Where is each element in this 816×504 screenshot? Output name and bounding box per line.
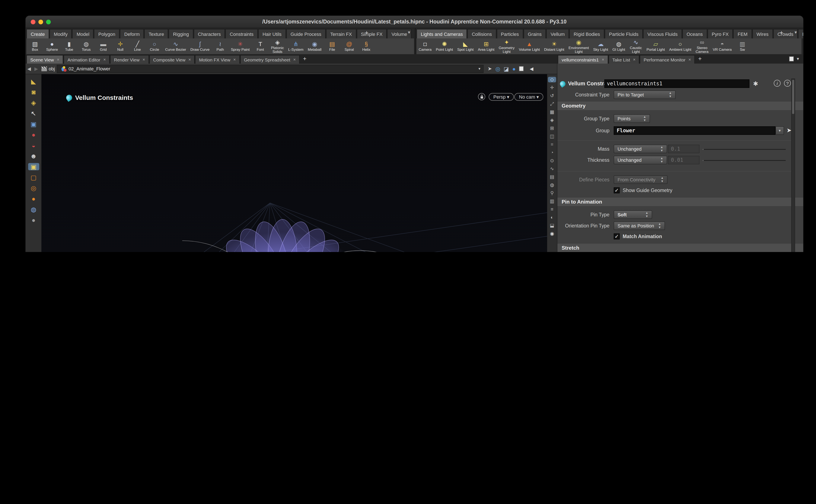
shelf-tab[interactable]: Grains bbox=[523, 29, 546, 38]
shelf-tab[interactable]: Modify bbox=[50, 29, 72, 38]
shelf-tool[interactable]: ◉Environment Light bbox=[566, 38, 591, 54]
thickness-mode-dropdown[interactable]: Unchanged▲▼ bbox=[614, 156, 667, 164]
viewport-toolbar-icon[interactable]: ≡ bbox=[548, 207, 556, 212]
add-pane-tab-button[interactable]: + bbox=[300, 54, 309, 64]
viewport-toolbar-icon[interactable]: ⚲ bbox=[548, 190, 556, 196]
collapse-arrow-icon[interactable]: ◀ bbox=[530, 66, 533, 71]
close-icon[interactable]: × bbox=[633, 55, 635, 64]
viewport-toolbar-icon[interactable]: ◇ bbox=[548, 77, 556, 82]
toolbar-icon[interactable]: ● bbox=[28, 195, 39, 202]
shelf-tool[interactable]: ▲Volume Light bbox=[517, 38, 542, 54]
panel-icon[interactable] bbox=[519, 66, 524, 71]
path-root[interactable]: obj bbox=[49, 66, 55, 71]
shelf-tab[interactable]: Pyro FX bbox=[707, 29, 733, 38]
shelf-tab[interactable]: Texture bbox=[144, 29, 168, 38]
shelf-tab[interactable]: Wires bbox=[752, 29, 773, 38]
viewport-toolbar-icon[interactable]: ✛ bbox=[548, 85, 556, 90]
chevron-down-icon[interactable]: ▾ bbox=[478, 67, 480, 71]
path-field[interactable]: 02_Animate_Flower ▾ bbox=[57, 65, 483, 73]
shelf-tool[interactable]: ◈Platonic Solids bbox=[269, 38, 286, 54]
shelf-tool[interactable]: ∞Stereo Camera bbox=[694, 38, 711, 54]
viewport-toolbar-icon[interactable]: ∿ bbox=[548, 166, 556, 172]
pane-tab[interactable]: Geometry Spreadsheet× bbox=[240, 55, 300, 64]
mass-slider[interactable] bbox=[702, 149, 786, 150]
pane-tab[interactable]: vellumconstraints1× bbox=[558, 55, 608, 64]
shelf-tool[interactable]: ✳Spray Paint bbox=[229, 38, 252, 54]
toolbar-icon[interactable]: ▣ bbox=[28, 120, 39, 128]
close-icon[interactable]: × bbox=[602, 55, 604, 64]
shelf-tab[interactable]: Rigid Bodies bbox=[569, 29, 604, 38]
shelf-tool[interactable]: ≀Path bbox=[212, 38, 229, 54]
shelf-tool[interactable]: @Spiral bbox=[341, 38, 358, 54]
shelf-tab[interactable]: Characters bbox=[194, 29, 225, 38]
viewport-toolbar-icon[interactable]: ⬓ bbox=[548, 223, 556, 228]
group-type-dropdown[interactable]: Points▲▼ bbox=[614, 114, 650, 123]
viewport-toolbar-icon[interactable]: ▦ bbox=[548, 109, 556, 115]
toolbar-icon[interactable]: ● bbox=[28, 216, 39, 224]
toolbar-icon[interactable]: ◎ bbox=[28, 184, 39, 192]
shelf-tool[interactable]: ╱Line bbox=[129, 38, 146, 54]
toolbar-icon[interactable]: ▢ bbox=[28, 174, 39, 181]
viewport-toolbar-icon[interactable]: ⌗ bbox=[548, 142, 556, 147]
define-pieces-dropdown[interactable]: From Connectivity▲▼ bbox=[614, 175, 667, 184]
viewport-toolbar-icon[interactable]: ▥ bbox=[548, 198, 556, 204]
shelf-tool[interactable]: ◘Camera bbox=[417, 38, 434, 54]
shelf-tool[interactable]: ▧Box bbox=[26, 38, 44, 54]
shelf-tool[interactable]: ∿Curve Bezier bbox=[163, 38, 188, 54]
geometry-section-header[interactable]: Geometry bbox=[557, 102, 803, 110]
viewport-toolbar-icon[interactable]: ◈ bbox=[548, 117, 556, 123]
sphere-icon[interactable]: ● bbox=[512, 66, 516, 72]
shelf-tab[interactable]: Collisions bbox=[468, 29, 496, 38]
shelf-tool[interactable]: ∿Caustic Light bbox=[627, 38, 644, 54]
shelf-tab[interactable]: Particle Fluids bbox=[605, 29, 643, 38]
pane-tab[interactable]: Take List× bbox=[609, 55, 640, 64]
shelf-tab[interactable]: Constraints bbox=[226, 29, 258, 38]
toolbar-icon[interactable]: ● bbox=[28, 131, 39, 138]
back-arrow-icon[interactable]: ◀ bbox=[26, 66, 33, 71]
close-icon[interactable]: × bbox=[103, 55, 106, 64]
camera-menu-button[interactable]: No cam ▾ bbox=[514, 93, 544, 101]
shelf-tool[interactable]: ◓VR Camera bbox=[711, 38, 734, 54]
shelf-tool[interactable]: ◍Torus bbox=[78, 38, 95, 54]
toolbar-icon[interactable]: ↖ bbox=[28, 110, 39, 117]
shelf-right-add-tab-button[interactable]: + bbox=[777, 28, 786, 38]
viewport-toolbar-icon[interactable]: ◔ bbox=[548, 150, 556, 155]
toolbar-icon[interactable]: ◈ bbox=[28, 99, 39, 106]
viewport-toolbar-icon[interactable]: ↺ bbox=[548, 93, 556, 99]
shelf-tool[interactable]: ∫Draw Curve bbox=[188, 38, 212, 54]
toolbar-icon[interactable]: ◒ bbox=[28, 142, 39, 149]
shelf-tab[interactable]: Drive Simulation bbox=[798, 29, 803, 38]
stretch-section-header[interactable]: Stretch bbox=[557, 244, 803, 252]
view-menu-button[interactable]: Persp ▾ bbox=[489, 93, 514, 101]
shelf-tool[interactable]: ●Sphere bbox=[44, 38, 61, 54]
viewport-toolbar-icon[interactable]: ⊙ bbox=[548, 158, 556, 163]
shelf-tool[interactable]: ○Circle bbox=[146, 38, 163, 54]
toolbar-icon[interactable]: ▣ bbox=[28, 163, 39, 170]
scene-viewport[interactable]: Vellum Constraints Persp ▾ No cam ▾ Non-… bbox=[41, 74, 547, 252]
info-icon[interactable]: i bbox=[774, 80, 781, 87]
shelf-tool[interactable]: ⋔L-System bbox=[286, 38, 306, 54]
pane-tab[interactable]: Performance Monitor× bbox=[640, 55, 695, 64]
shelf-tool[interactable]: ◉Metaball bbox=[306, 38, 323, 54]
thickness-value-field[interactable]: 0.01 bbox=[668, 156, 699, 164]
pane-tab[interactable]: Animation Editor× bbox=[64, 55, 110, 64]
toolbar-icon[interactable]: ☻ bbox=[28, 152, 39, 160]
pin-type-dropdown[interactable]: Soft▲▼ bbox=[614, 210, 652, 219]
shelf-tab[interactable]: Model bbox=[72, 29, 94, 38]
shelf-tool[interactable]: ▤File bbox=[324, 38, 341, 54]
radar-icon[interactable]: ◎ bbox=[495, 66, 500, 72]
shelf-tool[interactable]: ☀Distant Light bbox=[542, 38, 567, 54]
viewport-toolbar-icon[interactable]: ◫ bbox=[548, 134, 556, 139]
shelf-tool[interactable]: ◣Spot Light bbox=[455, 38, 476, 54]
shelf-tool[interactable]: ▮Tube bbox=[61, 38, 78, 54]
group-field[interactable]: Flower bbox=[614, 126, 775, 135]
shelf-tool[interactable]: ▥Sw bbox=[734, 38, 751, 54]
viewport-toolbar-icon[interactable]: ⤢ bbox=[548, 101, 556, 107]
shelf-tab[interactable]: Simple FX bbox=[357, 29, 387, 38]
shelf-tab[interactable]: Guide Process bbox=[286, 29, 325, 38]
shelf-tab[interactable]: Terrain FX bbox=[326, 29, 356, 38]
shelf-tool[interactable]: ◍GI Light bbox=[610, 38, 627, 54]
node-name-field[interactable]: vellumconstraints1 bbox=[604, 79, 749, 88]
shelf-tool[interactable]: ☁Sky Light bbox=[591, 38, 610, 54]
viewport-toolbar-icon[interactable]: ◐ bbox=[548, 215, 556, 220]
